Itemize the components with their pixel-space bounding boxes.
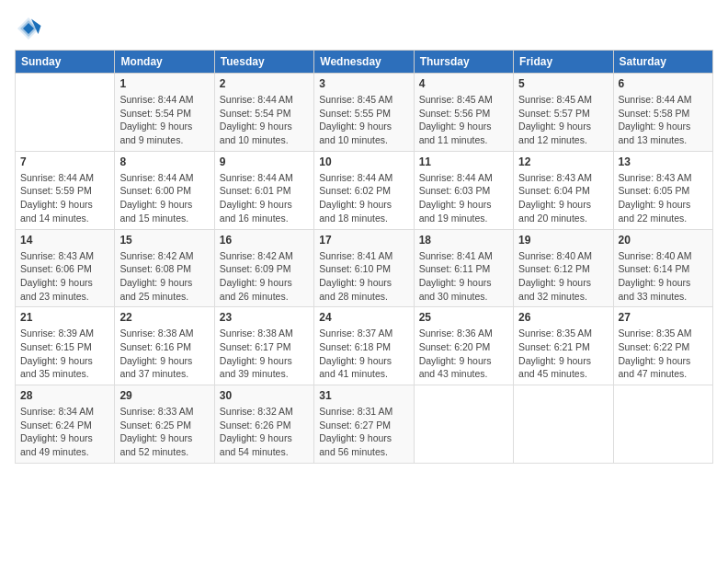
day-cell: 3 Sunrise: 8:45 AMSunset: 5:55 PMDayligh…: [314, 74, 414, 152]
day-info: Sunrise: 8:34 AMSunset: 6:24 PMDaylight:…: [20, 405, 109, 459]
day-info: Sunrise: 8:42 AMSunset: 6:08 PMDaylight:…: [119, 249, 209, 304]
day-info: Sunrise: 8:32 AMSunset: 6:26 PMDaylight:…: [220, 405, 309, 459]
day-cell: 28 Sunrise: 8:34 AMSunset: 6:24 PMDaylig…: [16, 385, 115, 464]
day-number: 27: [619, 311, 708, 324]
day-info: Sunrise: 8:40 AMSunset: 6:12 PMDaylight:…: [518, 249, 608, 304]
day-info: Sunrise: 8:44 AMSunset: 6:01 PMDaylight:…: [220, 171, 309, 225]
day-number: 14: [20, 234, 109, 247]
day-number: 5: [518, 77, 608, 90]
day-cell: 27 Sunrise: 8:35 AMSunset: 6:22 PMDaylig…: [613, 307, 712, 385]
day-info: Sunrise: 8:41 AMSunset: 6:11 PMDaylight:…: [419, 249, 508, 304]
day-cell: [414, 385, 513, 464]
day-number: 19: [518, 234, 608, 247]
day-cell: 20 Sunrise: 8:40 AMSunset: 6:14 PMDaylig…: [613, 229, 712, 307]
day-number: 31: [319, 389, 408, 402]
week-row-2: 7 Sunrise: 8:44 AMSunset: 5:59 PMDayligh…: [16, 151, 713, 229]
day-number: 2: [220, 77, 309, 90]
day-number: 17: [319, 234, 408, 247]
calendar-table: SundayMondayTuesdayWednesdayThursdayFrid…: [15, 50, 713, 464]
day-info: Sunrise: 8:44 AMSunset: 5:54 PMDaylight:…: [119, 93, 209, 147]
day-number: 13: [619, 155, 708, 168]
day-number: 20: [619, 234, 708, 247]
day-cell: 26 Sunrise: 8:35 AMSunset: 6:21 PMDaylig…: [514, 307, 613, 385]
day-cell: 16 Sunrise: 8:42 AMSunset: 6:09 PMDaylig…: [214, 229, 313, 307]
day-cell: 4 Sunrise: 8:45 AMSunset: 5:56 PMDayligh…: [414, 74, 513, 152]
day-number: 10: [319, 155, 408, 168]
day-cell: 15 Sunrise: 8:42 AMSunset: 6:08 PMDaylig…: [115, 229, 214, 307]
header-thursday: Thursday: [414, 51, 513, 74]
day-info: Sunrise: 8:45 AMSunset: 5:56 PMDaylight:…: [419, 93, 508, 147]
day-number: 30: [220, 389, 309, 402]
day-info: Sunrise: 8:43 AMSunset: 6:05 PMDaylight:…: [619, 171, 708, 225]
day-cell: 30 Sunrise: 8:32 AMSunset: 6:26 PMDaylig…: [214, 385, 313, 464]
day-number: 1: [119, 77, 209, 90]
day-number: 3: [319, 77, 408, 90]
day-number: 24: [319, 311, 408, 324]
day-number: 6: [619, 77, 708, 90]
day-info: Sunrise: 8:43 AMSunset: 6:04 PMDaylight:…: [518, 171, 608, 225]
day-cell: 12 Sunrise: 8:43 AMSunset: 6:04 PMDaylig…: [514, 151, 613, 229]
day-cell: 8 Sunrise: 8:44 AMSunset: 6:00 PMDayligh…: [115, 151, 214, 229]
day-info: Sunrise: 8:35 AMSunset: 6:21 PMDaylight:…: [518, 327, 608, 381]
day-info: Sunrise: 8:44 AMSunset: 6:00 PMDaylight:…: [119, 171, 209, 225]
day-cell: 25 Sunrise: 8:36 AMSunset: 6:20 PMDaylig…: [414, 307, 513, 385]
day-cell: 21 Sunrise: 8:39 AMSunset: 6:15 PMDaylig…: [16, 307, 115, 385]
header-friday: Friday: [514, 51, 613, 74]
day-cell: 31 Sunrise: 8:31 AMSunset: 6:27 PMDaylig…: [314, 385, 414, 464]
day-info: Sunrise: 8:36 AMSunset: 6:20 PMDaylight:…: [419, 327, 508, 381]
day-number: 16: [220, 234, 309, 247]
day-cell: 11 Sunrise: 8:44 AMSunset: 6:03 PMDaylig…: [414, 151, 513, 229]
day-number: 15: [119, 234, 209, 247]
day-info: Sunrise: 8:44 AMSunset: 5:58 PMDaylight:…: [619, 93, 708, 147]
day-number: 28: [20, 389, 109, 402]
day-cell: 6 Sunrise: 8:44 AMSunset: 5:58 PMDayligh…: [613, 74, 712, 152]
day-number: 8: [119, 155, 209, 168]
day-cell: 14 Sunrise: 8:43 AMSunset: 6:06 PMDaylig…: [16, 229, 115, 307]
header-wednesday: Wednesday: [314, 51, 414, 74]
day-info: Sunrise: 8:37 AMSunset: 6:18 PMDaylight:…: [319, 327, 408, 381]
day-cell: 22 Sunrise: 8:38 AMSunset: 6:16 PMDaylig…: [115, 307, 214, 385]
day-info: Sunrise: 8:44 AMSunset: 6:03 PMDaylight:…: [419, 171, 508, 225]
day-number: 25: [419, 311, 508, 324]
day-cell: [514, 385, 613, 464]
day-cell: 1 Sunrise: 8:44 AMSunset: 5:54 PMDayligh…: [115, 74, 214, 152]
day-cell: 2 Sunrise: 8:44 AMSunset: 5:54 PMDayligh…: [214, 74, 313, 152]
day-info: Sunrise: 8:39 AMSunset: 6:15 PMDaylight:…: [20, 327, 109, 381]
day-cell: 23 Sunrise: 8:38 AMSunset: 6:17 PMDaylig…: [214, 307, 313, 385]
day-cell: 9 Sunrise: 8:44 AMSunset: 6:01 PMDayligh…: [214, 151, 313, 229]
day-info: Sunrise: 8:44 AMSunset: 5:54 PMDaylight:…: [220, 93, 309, 147]
day-number: 11: [419, 155, 508, 168]
day-number: 12: [518, 155, 608, 168]
week-row-1: 1 Sunrise: 8:44 AMSunset: 5:54 PMDayligh…: [16, 74, 713, 152]
header-sunday: Sunday: [16, 51, 115, 74]
day-cell: 17 Sunrise: 8:41 AMSunset: 6:10 PMDaylig…: [314, 229, 414, 307]
day-cell: 7 Sunrise: 8:44 AMSunset: 5:59 PMDayligh…: [16, 151, 115, 229]
header-monday: Monday: [115, 51, 214, 74]
day-cell: 29 Sunrise: 8:33 AMSunset: 6:25 PMDaylig…: [115, 385, 214, 464]
day-number: 21: [20, 311, 109, 324]
day-info: Sunrise: 8:40 AMSunset: 6:14 PMDaylight:…: [619, 249, 708, 304]
day-number: 29: [119, 389, 209, 402]
day-number: 4: [419, 77, 508, 90]
day-cell: 13 Sunrise: 8:43 AMSunset: 6:05 PMDaylig…: [613, 151, 712, 229]
day-info: Sunrise: 8:35 AMSunset: 6:22 PMDaylight:…: [619, 327, 708, 381]
day-info: Sunrise: 8:45 AMSunset: 5:57 PMDaylight:…: [518, 93, 608, 147]
day-cell: 10 Sunrise: 8:44 AMSunset: 6:02 PMDaylig…: [314, 151, 414, 229]
day-number: 23: [220, 311, 309, 324]
day-info: Sunrise: 8:44 AMSunset: 6:02 PMDaylight:…: [319, 171, 408, 225]
logo: [15, 15, 46, 42]
day-cell: [16, 74, 115, 152]
calendar-header-row: SundayMondayTuesdayWednesdayThursdayFrid…: [16, 51, 713, 74]
day-cell: 19 Sunrise: 8:40 AMSunset: 6:12 PMDaylig…: [514, 229, 613, 307]
day-cell: 18 Sunrise: 8:41 AMSunset: 6:11 PMDaylig…: [414, 229, 513, 307]
day-info: Sunrise: 8:45 AMSunset: 5:55 PMDaylight:…: [319, 93, 408, 147]
week-row-5: 28 Sunrise: 8:34 AMSunset: 6:24 PMDaylig…: [16, 385, 713, 464]
day-number: 7: [20, 155, 109, 168]
header-tuesday: Tuesday: [214, 51, 313, 74]
day-number: 18: [419, 234, 508, 247]
day-info: Sunrise: 8:42 AMSunset: 6:09 PMDaylight:…: [220, 249, 309, 304]
day-number: 22: [119, 311, 209, 324]
day-number: 9: [220, 155, 309, 168]
day-cell: 5 Sunrise: 8:45 AMSunset: 5:57 PMDayligh…: [514, 74, 613, 152]
day-info: Sunrise: 8:41 AMSunset: 6:10 PMDaylight:…: [319, 249, 408, 304]
